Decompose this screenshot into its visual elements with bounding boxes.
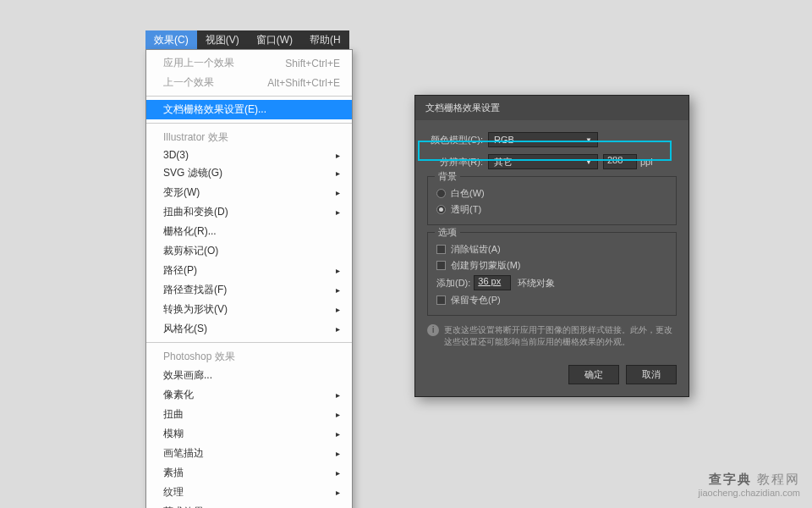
menu-convert-to-shape[interactable]: 转换为形状(V)▸ (146, 300, 352, 319)
menu-effects[interactable]: 效果(C) (145, 30, 197, 50)
menu-path[interactable]: 路径(P)▸ (146, 261, 352, 280)
apply-last-effect[interactable]: 应用上一个效果 Shift+Ctrl+E (146, 53, 352, 73)
menu-texture[interactable]: 纹理▸ (146, 483, 352, 502)
add-label: 添加(D): (436, 277, 470, 290)
separator (146, 123, 352, 124)
chevron-right-icon: ▸ (336, 468, 340, 478)
menu-distort-ps[interactable]: 扭曲▸ (146, 405, 352, 424)
last-effect[interactable]: 上一个效果 Alt+Shift+Ctrl+E (146, 73, 352, 92)
chevron-right-icon: ▸ (336, 305, 340, 314)
chevron-right-icon: ▸ (336, 285, 340, 295)
menubar: 效果(C) 视图(V) 窗口(W) 帮助(H (145, 30, 349, 49)
bg-white-radio[interactable]: 白色(W) (436, 187, 667, 200)
chevron-right-icon: ▸ (336, 390, 340, 400)
checkbox-icon (436, 245, 446, 254)
menu-sketch[interactable]: 素描▸ (146, 463, 352, 483)
menu-3d[interactable]: 3D(3)▸ (146, 146, 352, 163)
clipmask-checkbox[interactable]: 创建剪切蒙版(M) (436, 259, 667, 272)
separator (146, 342, 352, 343)
menu-crop-marks[interactable]: 裁剪标记(O) (146, 241, 352, 261)
menu-window[interactable]: 窗口(W) (248, 30, 301, 50)
menu-pixelate[interactable]: 像素化▸ (146, 385, 352, 405)
add-suffix: 环绕对象 (518, 277, 555, 290)
checkbox-icon (436, 295, 446, 305)
bg-transparent-radio[interactable]: 透明(T) (436, 203, 667, 216)
menu-pathfinder[interactable]: 路径查找器(F)▸ (146, 280, 352, 300)
info-icon: i (427, 324, 439, 336)
document-raster-settings[interactable]: 文档栅格效果设置(E)... (146, 100, 352, 119)
add-input[interactable]: 36 px (474, 275, 511, 290)
chevron-right-icon: ▸ (336, 266, 340, 275)
annotation-highlight (418, 141, 672, 161)
chevron-right-icon: ▸ (336, 488, 340, 497)
menu-warp[interactable]: 变形(W)▸ (146, 183, 352, 202)
menu-label: 应用上一个效果 (163, 56, 234, 70)
menu-view[interactable]: 视图(V) (197, 30, 248, 50)
menu-shortcut: Shift+Ctrl+E (285, 58, 340, 69)
chevron-right-icon: ▸ (336, 429, 340, 439)
ok-button[interactable]: 确定 (568, 365, 619, 384)
info-note: i 更改这些设置将断开应用于图像的图形样式链接。此外，更改这些设置还可能影响当前… (427, 324, 677, 348)
chevron-right-icon: ▸ (336, 207, 340, 217)
separator (146, 96, 352, 97)
menu-rasterize[interactable]: 栅格化(R)... (146, 222, 352, 241)
chevron-right-icon: ▸ (336, 449, 340, 458)
menu-distort-transform[interactable]: 扭曲和变换(D)▸ (146, 202, 352, 222)
chevron-right-icon: ▸ (336, 151, 340, 160)
menu-stylize-ai[interactable]: 风格化(S)▸ (146, 319, 352, 339)
antialias-checkbox[interactable]: 消除锯齿(A) (436, 243, 667, 256)
background-group: 背景 白色(W) 透明(T) (427, 176, 677, 225)
radio-icon (436, 189, 446, 198)
group-title: 选项 (435, 226, 460, 239)
options-group: 选项 消除锯齿(A) 创建剪切蒙版(M) 添加(D): 36 px 环绕对象 保… (427, 232, 677, 316)
menu-label: 上一个效果 (163, 75, 214, 90)
menu-help[interactable]: 帮助(H (301, 30, 349, 50)
preserve-spot-checkbox[interactable]: 保留专色(P) (436, 294, 667, 306)
chevron-right-icon: ▸ (336, 324, 340, 334)
group-title: 背景 (435, 170, 460, 183)
menu-blur[interactable]: 模糊▸ (146, 424, 352, 444)
menu-shortcut: Alt+Shift+Ctrl+E (267, 77, 340, 89)
effects-menu: 应用上一个效果 Shift+Ctrl+E 上一个效果 Alt+Shift+Ctr… (145, 49, 353, 508)
chevron-right-icon: ▸ (336, 168, 340, 178)
section-header-illustrator: Illustrator 效果 (146, 127, 352, 146)
checkbox-icon (436, 261, 446, 270)
chevron-right-icon: ▸ (336, 410, 340, 419)
watermark: 查字典 教程网 jiaocheng.chazidian.com (699, 472, 800, 498)
menu-brush-strokes[interactable]: 画笔描边▸ (146, 444, 352, 463)
section-header-photoshop: Photoshop 效果 (146, 346, 352, 366)
menu-svg-filter[interactable]: SVG 滤镜(G)▸ (146, 163, 352, 183)
menu-artistic[interactable]: 艺术效果▸ (146, 502, 352, 508)
cancel-button[interactable]: 取消 (626, 365, 677, 384)
radio-icon (436, 205, 446, 214)
menu-label: 文档栅格效果设置(E)... (163, 102, 266, 117)
chevron-right-icon: ▸ (336, 188, 340, 197)
dialog-title: 文档栅格效果设置 (415, 96, 689, 120)
menu-effect-gallery[interactable]: 效果画廊... (146, 366, 352, 385)
